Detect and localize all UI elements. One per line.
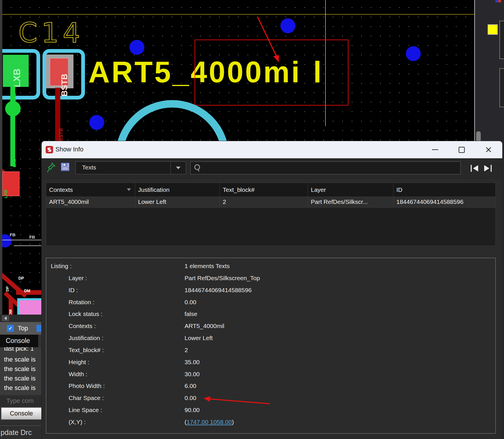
annotation-arrow-canvas <box>249 14 289 69</box>
cell-text-block: 2 <box>220 196 308 207</box>
paren-open: ( <box>185 419 187 425</box>
trace-fb <box>2 240 42 240</box>
status-text: pdate Drc <box>1 428 32 437</box>
minimize-icon <box>432 149 438 150</box>
pin-icon[interactable] <box>47 162 56 173</box>
table-row[interactable]: ART5_4000mil Lower Left 2 Part RefDes/Si… <box>46 196 495 208</box>
console-line: the scale is <box>4 374 42 383</box>
net-label-dp: DP <box>5 286 9 291</box>
listing-row: Text_block# :2 <box>46 344 495 356</box>
column-header-contexts[interactable]: Contexts <box>46 183 135 196</box>
left-dock-panel: ✓ Top Console last pick: 1 the scale is … <box>0 315 42 439</box>
via-lxb-teardrop[interactable] <box>5 101 21 116</box>
column-header-justification[interactable]: Justification <box>135 183 220 196</box>
maximize-button[interactable] <box>453 141 470 158</box>
pad-bstb-label: BSTB <box>60 74 69 96</box>
listing-row: Height :35.00 <box>46 356 495 368</box>
dialog-titlebar[interactable]: Show Info <box>42 141 502 158</box>
app-icon <box>46 146 53 153</box>
column-header-id[interactable]: ID <box>393 183 496 196</box>
pad-lxb[interactable]: LXB <box>3 55 29 87</box>
divider <box>0 426 42 426</box>
via[interactable] <box>406 46 421 61</box>
command-input[interactable] <box>0 395 42 406</box>
cell-layer: Part RefDes/Silkscr... <box>308 196 393 207</box>
console-tab[interactable]: Console <box>0 335 38 347</box>
show-info-dialog: Show Info <box>42 141 502 439</box>
type-selector[interactable]: Texts <box>75 161 186 174</box>
top-checkbox-label: Top <box>18 325 28 332</box>
sort-desc-icon <box>127 188 131 191</box>
cell-justification: Lower Left <box>135 196 220 207</box>
listing-row: Width :30.00 <box>46 368 495 380</box>
refdes-c14-text: C14 <box>17 16 86 49</box>
listing-panel: Listing :1 elements Texts Layer :Part Re… <box>46 258 496 434</box>
triangle-left-icon <box>4 317 7 320</box>
pad-lxb-label: LXB <box>11 69 22 87</box>
net-label-lxb: LXB <box>12 93 17 102</box>
pad-bstb[interactable]: BSTB <box>46 54 73 88</box>
console-button[interactable]: Console <box>1 407 42 420</box>
close-icon <box>485 147 492 153</box>
net-label-lxb: LXB <box>3 190 8 198</box>
chevron-down-icon <box>176 167 181 169</box>
listing-row: Lock status :false <box>46 308 495 320</box>
scroll-left-button[interactable] <box>2 315 9 321</box>
search-icon <box>193 164 202 172</box>
search-input[interactable] <box>204 163 452 173</box>
type-selector-value: Texts <box>82 164 96 171</box>
console-line: the scale is <box>4 383 42 393</box>
console-line: the scale is <box>4 355 42 364</box>
minimize-button[interactable] <box>426 141 444 158</box>
console-log[interactable]: last pick: 1 the scale is the scale is t… <box>0 347 42 395</box>
net-label-bstb: BSTB <box>58 128 64 141</box>
column-header-layer[interactable]: Layer <box>308 183 393 196</box>
listing-row: Photo Width :6.00 <box>46 380 495 392</box>
maximize-icon <box>459 147 465 153</box>
color-swatch-yellow[interactable] <box>488 24 498 35</box>
net-label-lxb: LXB <box>12 159 17 167</box>
panel-box[interactable] <box>499 21 504 59</box>
listing-row: Rotation :0.00 <box>46 296 495 308</box>
save-icon[interactable] <box>61 162 70 171</box>
dialog-title: Show Info <box>55 146 84 153</box>
pad-bstb-inner: BSTB <box>50 58 68 86</box>
go-first-button[interactable] <box>470 164 479 173</box>
via[interactable] <box>89 115 104 130</box>
net-label-fb: FB <box>29 235 35 239</box>
listing-row: Listing :1 elements Texts <box>46 260 495 272</box>
listing-row-xy: (X,Y) : (1747.00 1058.00) <box>46 416 495 428</box>
table-header-row: Contexts Justification Text_block# Layer… <box>46 183 495 196</box>
dropdown-arrow-section[interactable] <box>170 162 186 174</box>
board-outline-line <box>2 14 475 15</box>
listing-row: Contexts :ART5_4000mil <box>46 320 495 332</box>
shape-pink <box>17 298 44 317</box>
status-strip: pdate Drc <box>0 420 42 439</box>
column-header-text-block[interactable]: Text_block# <box>220 183 308 196</box>
console-tab-label: Console <box>6 337 30 345</box>
top-checkbox[interactable]: ✓ <box>7 325 14 332</box>
go-last-button[interactable] <box>483 164 492 173</box>
listing-row: Justification :Lower Left <box>46 332 495 344</box>
search-box[interactable] <box>190 161 461 174</box>
via[interactable] <box>129 40 144 55</box>
listing-row: Layer :Part RefDes/Silkscreen_Top <box>46 272 495 284</box>
vertical-scrollbar-thumb[interactable] <box>476 131 481 142</box>
xy-coordinates-link[interactable]: 1747.00 1058.00 <box>187 419 232 425</box>
cell-id: 18446744069414588596 <box>393 196 496 207</box>
console-line: last pick: 1 <box>0 347 42 355</box>
cell-contexts: ART5_4000mil <box>46 196 135 207</box>
trace-fb <box>14 245 42 246</box>
bottom-checkbox-partial[interactable] <box>36 325 42 332</box>
panel-box[interactable] <box>499 68 504 107</box>
close-button[interactable] <box>480 141 497 158</box>
layer-toggle-row: ✓ Top <box>0 322 42 335</box>
listing-row: ID :18446744069414588596 <box>46 284 495 296</box>
trace-arc-cyan <box>111 97 238 143</box>
mini-icon <box>495 0 501 2</box>
net-label-fb: FB <box>10 232 15 237</box>
listing-row-char-space: Char Space :0.00 <box>46 392 495 404</box>
results-table: Contexts Justification Text_block# Layer… <box>46 183 496 246</box>
net-label-dp: DP <box>18 276 24 280</box>
dialog-toolbar: Texts <box>42 158 502 179</box>
